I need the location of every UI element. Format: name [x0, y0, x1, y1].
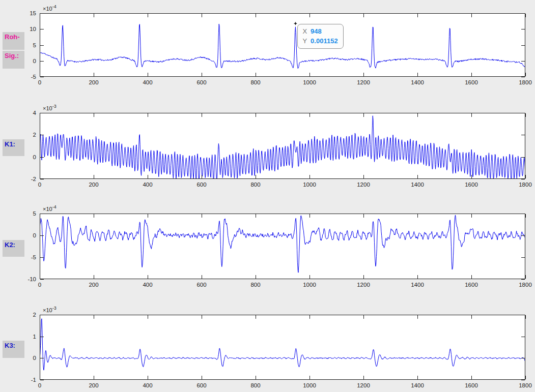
y-tick-label: -5	[31, 74, 36, 80]
x-tick-label: 1000	[303, 79, 316, 85]
datatip-x-row: X 948	[302, 26, 337, 36]
row-label-roh: Roh-	[3, 32, 24, 50]
x-tick-label: 1200	[357, 182, 370, 188]
y-tick-label: 0	[33, 232, 36, 238]
x-tick-label: 200	[89, 282, 98, 288]
x-tick-label: 1800	[519, 79, 532, 85]
x-tick-label: 1600	[465, 382, 478, 388]
x-tick-label: 1600	[465, 282, 478, 288]
datatip-x-label: X	[302, 26, 307, 36]
x-tick-label: 800	[250, 79, 260, 85]
y-tick-label: 2	[33, 312, 36, 318]
x-tick-label: 1800	[519, 382, 532, 388]
y-tick-label: -2	[31, 176, 36, 182]
row-label-k1: K1:	[3, 139, 24, 156]
x-tick-label: 800	[250, 182, 260, 188]
plot-area[interactable]	[40, 13, 525, 77]
y-tick-label: 4	[33, 110, 37, 116]
plot-area[interactable]	[40, 315, 525, 380]
y-tick-label: 0	[33, 58, 36, 64]
chart-k1: 020040060080010001200140016001800420-2×1…	[31, 104, 532, 188]
row-label-k2: K2:	[3, 240, 24, 257]
plots-canvas: 020040060080010001200140016001800151050-…	[0, 0, 535, 392]
x-tick-label: 0	[38, 182, 41, 188]
datatip-x-value: 948	[311, 26, 322, 36]
y-tick-label: 1	[33, 334, 36, 340]
datatip-y-label: Y	[302, 36, 307, 46]
x-tick-label: 0	[38, 282, 41, 288]
axis-scale-label: ×10-4	[43, 4, 57, 12]
x-tick-label: 1200	[357, 79, 370, 85]
axis-scale-label: ×10-3	[43, 104, 57, 111]
chart-k3: 020040060080010001200140016001800210-1×1…	[31, 306, 532, 388]
x-tick-label: 400	[143, 282, 152, 288]
x-tick-label: 1000	[303, 182, 316, 188]
x-tick-label: 1000	[303, 382, 316, 388]
x-tick-label: 1400	[411, 79, 424, 85]
x-tick-label: 400	[143, 79, 152, 85]
x-tick-label: 200	[89, 382, 98, 388]
y-tick-label: 15	[30, 10, 36, 16]
x-tick-label: 0	[38, 79, 41, 85]
y-tick-label: -10	[27, 276, 36, 282]
axis-scale-label: ×10-3	[43, 306, 57, 313]
y-tick-label: 0	[33, 154, 36, 160]
datatip[interactable]: X 948 Y 0.001152	[297, 24, 343, 49]
x-tick-label: 200	[89, 79, 98, 85]
x-tick-label: 1800	[519, 182, 532, 188]
y-tick-label: 5	[33, 210, 36, 217]
chart-roh-sig: 020040060080010001200140016001800151050-…	[30, 4, 532, 85]
x-tick-label: 600	[196, 282, 206, 288]
x-tick-label: 1600	[465, 182, 478, 188]
y-tick-label: 0	[33, 355, 36, 361]
datatip-y-value: 0.001152	[311, 36, 338, 46]
x-tick-label: 1000	[303, 282, 316, 288]
y-tick-label: 5	[33, 42, 36, 48]
figure-window: 020040060080010001200140016001800151050-…	[0, 0, 535, 392]
x-tick-label: 800	[250, 282, 260, 288]
x-tick-label: 200	[89, 182, 98, 188]
x-tick-label: 600	[196, 382, 206, 388]
datatip-y-row: Y 0.001152	[302, 36, 337, 46]
x-tick-label: 1200	[357, 382, 370, 388]
y-tick-label: 2	[33, 132, 36, 138]
y-tick-label: -1	[31, 377, 36, 383]
row-label-k3: K3:	[3, 341, 24, 358]
x-tick-label: 400	[143, 382, 152, 388]
x-tick-label: 1400	[411, 382, 424, 388]
x-tick-label: 600	[196, 79, 206, 85]
y-tick-label: 10	[30, 26, 36, 32]
x-tick-label: 800	[250, 382, 260, 388]
x-tick-label: 600	[196, 182, 206, 188]
axis-scale-label: ×10-4	[43, 204, 57, 212]
x-tick-label: 1800	[519, 282, 532, 288]
row-label-sig: Sig.:	[3, 51, 24, 69]
chart-k2: 02004006008001000120014001600180050-5-10…	[27, 204, 531, 288]
x-tick-label: 1400	[411, 282, 424, 288]
x-tick-label: 1400	[411, 182, 424, 188]
x-tick-label: 0	[38, 382, 41, 388]
x-tick-label: 1600	[465, 79, 478, 85]
y-tick-label: -5	[31, 254, 36, 260]
x-tick-label: 1200	[357, 282, 370, 288]
x-tick-label: 400	[143, 182, 152, 188]
